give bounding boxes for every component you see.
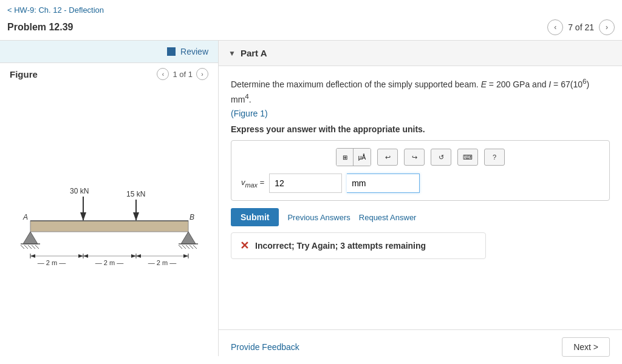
svg-line-14	[190, 245, 193, 249]
review-label[interactable]: Review	[180, 47, 208, 56]
figure-page: 1 of 1	[173, 70, 193, 79]
svg-text:— 2 m —: — 2 m —	[148, 259, 176, 266]
part-a-label: Part A	[241, 48, 267, 58]
svg-text:30 kN: 30 kN	[70, 187, 89, 195]
unit-input[interactable]	[347, 174, 420, 193]
svg-marker-17	[80, 212, 86, 221]
answer-box: ⊞ μÅ ↩ ↪ ↺ ⌨ ? vmax =	[231, 140, 610, 201]
request-answer-link[interactable]: Request Answer	[359, 213, 417, 222]
svg-text:B: B	[190, 213, 194, 221]
figure-label: Figure	[10, 69, 38, 79]
svg-line-12	[182, 245, 186, 249]
prev-problem-btn[interactable]: ‹	[547, 19, 563, 35]
back-link[interactable]: < HW-9: Ch. 12 - Deflection	[7, 5, 104, 15]
action-row: Submit Previous Answers Request Answer	[231, 208, 610, 226]
svg-marker-29	[30, 254, 35, 258]
svg-marker-34	[183, 254, 188, 258]
error-box: ✕ Incorrect; Try Again; 3 attempts remai…	[231, 232, 486, 259]
beam-figure: 30 kN 15 kN A B	[18, 166, 200, 275]
svg-line-4	[21, 245, 24, 249]
math-toolbar: ⊞ μÅ ↩ ↪ ↺ ⌨ ?	[241, 148, 600, 166]
next-button[interactable]: Next >	[562, 337, 610, 357]
svg-marker-20	[133, 212, 139, 221]
svg-line-8	[35, 245, 39, 249]
figure-link[interactable]: (Figure 1)	[231, 109, 268, 118]
next-problem-btn[interactable]: ›	[599, 19, 615, 35]
svg-text:— 2 m —: — 2 m —	[37, 259, 65, 266]
reset-btn[interactable]: ↺	[431, 149, 451, 166]
problem-title: Problem 12.39	[7, 22, 73, 33]
svg-marker-2	[23, 232, 38, 244]
error-message: Incorrect; Try Again; 3 attempts remaini…	[255, 241, 426, 251]
problem-description: Determine the maximum deflection of the …	[231, 76, 610, 106]
undo-btn[interactable]: ↩	[377, 149, 398, 166]
vmax-label: vmax =	[241, 178, 264, 189]
svg-marker-32	[131, 254, 136, 258]
bottom-bar: Provide Feedback Next >	[219, 329, 622, 364]
figure-prev-btn[interactable]: ‹	[157, 68, 169, 80]
svg-text:A: A	[22, 213, 28, 221]
mu-btn[interactable]: μÅ	[354, 149, 371, 166]
svg-text:— 2 m —: — 2 m —	[95, 259, 123, 266]
svg-marker-33	[136, 254, 141, 258]
svg-line-11	[179, 245, 182, 249]
svg-marker-9	[181, 232, 196, 244]
page-info: 7 of 21	[568, 22, 594, 32]
error-x-icon: ✕	[240, 239, 249, 252]
svg-line-5	[24, 245, 28, 249]
answer-input[interactable]	[269, 174, 342, 193]
grid-icon-btn[interactable]: ⊞	[337, 149, 354, 166]
svg-line-7	[32, 245, 35, 249]
submit-button[interactable]: Submit	[231, 208, 279, 226]
review-icon	[167, 47, 176, 56]
previous-answers-link[interactable]: Previous Answers	[287, 213, 350, 222]
figure-next-btn[interactable]: ›	[196, 68, 208, 80]
express-label: Express your answer with the appropriate…	[231, 124, 610, 134]
svg-marker-31	[83, 254, 88, 258]
keyboard-btn[interactable]: ⌨	[457, 149, 478, 166]
svg-line-15	[193, 245, 197, 249]
svg-text:15 kN: 15 kN	[126, 190, 145, 198]
help-btn[interactable]: ?	[484, 149, 505, 166]
redo-btn[interactable]: ↪	[404, 149, 425, 166]
svg-line-13	[186, 245, 190, 249]
svg-rect-0	[30, 221, 188, 232]
input-row: vmax =	[241, 174, 600, 193]
collapse-arrow-icon[interactable]: ▼	[228, 49, 236, 58]
svg-marker-30	[78, 254, 83, 258]
svg-line-6	[28, 245, 32, 249]
feedback-link[interactable]: Provide Feedback	[231, 342, 299, 352]
